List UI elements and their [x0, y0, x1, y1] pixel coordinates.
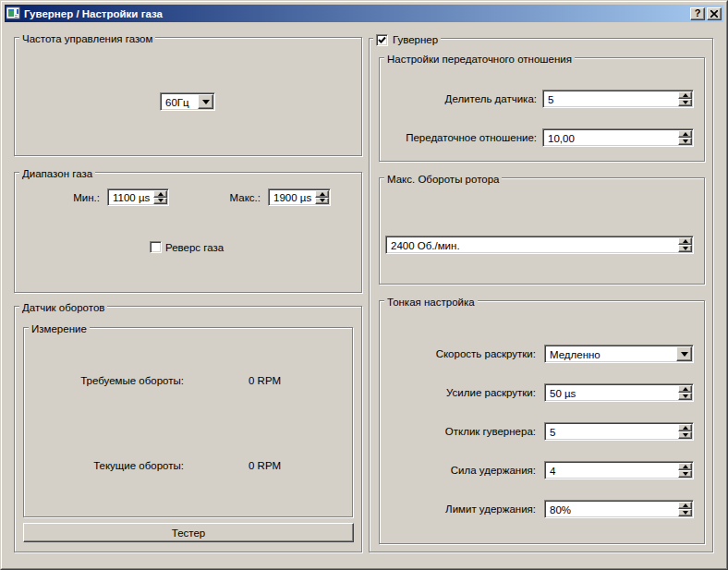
- sensor-divider-label: Делитель датчика:: [380, 90, 537, 108]
- arrow-up-icon: [158, 192, 164, 196]
- checkmark-icon: [378, 36, 386, 44]
- max-spinner[interactable]: 1900 µs: [268, 188, 331, 206]
- spin-buttons[interactable]: [678, 463, 692, 478]
- gear-ratio-spinner[interactable]: 10,00: [542, 128, 694, 147]
- arrow-down-icon: [683, 394, 688, 398]
- tester-button[interactable]: Тестер: [23, 523, 354, 542]
- hold-strength-spinner[interactable]: 4: [544, 461, 694, 479]
- spin-up-button[interactable]: [678, 463, 692, 470]
- arrow-down-icon: [320, 199, 325, 202]
- spin-down-button[interactable]: [678, 245, 692, 252]
- spin-down-button[interactable]: [678, 393, 692, 400]
- arrow-down-icon: [683, 511, 688, 515]
- spin-down-button[interactable]: [153, 198, 167, 205]
- spool-speed-combobox[interactable]: Медленно: [544, 345, 694, 363]
- spin-up-button[interactable]: [315, 190, 329, 198]
- required-rpm-value: 0 RPM: [249, 371, 281, 390]
- spin-up-button[interactable]: [678, 424, 692, 431]
- spin-down-button[interactable]: [678, 99, 692, 106]
- hold-limit-spinner[interactable]: 80%: [544, 500, 694, 518]
- governor-response-spinner[interactable]: 5: [544, 422, 694, 441]
- governor-response-value: 5: [546, 424, 678, 439]
- arrow-up-icon: [683, 465, 688, 468]
- arrow-up-icon: [683, 132, 688, 136]
- hold-limit-value: 80%: [546, 502, 678, 516]
- group-max-rotor-rpm: Макс. Обороты ротора 2400 Об./мин.: [379, 177, 705, 285]
- group-title: Частота управления газом: [19, 32, 155, 45]
- arrow-up-icon: [683, 426, 688, 430]
- frequency-dropdown-button[interactable]: [198, 94, 213, 109]
- spool-speed-value: Медленно: [546, 346, 676, 361]
- window-title: Гувернер / Настройки газа: [24, 8, 688, 19]
- spin-up-button[interactable]: [678, 237, 692, 245]
- rotor-rpm-value: 2400 Об./мин.: [387, 237, 678, 252]
- max-spin-buttons[interactable]: [315, 190, 329, 204]
- group-governor: Гувернер Настройки передаточного отношен…: [369, 38, 713, 552]
- spin-down-button[interactable]: [678, 470, 692, 478]
- group-measurement: Измерение Требуемые обороты: 0 RPM Текущ…: [23, 327, 353, 517]
- chevron-down-icon: [202, 100, 210, 104]
- arrow-up-icon: [320, 192, 325, 196]
- dialog-window: Гувернер / Настройки газа ? Частота упра…: [0, 0, 728, 570]
- min-spin-buttons[interactable]: [153, 190, 167, 204]
- arrow-up-icon: [683, 387, 688, 391]
- spin-buttons[interactable]: [678, 91, 692, 106]
- frequency-value: 60Гц: [162, 94, 198, 109]
- spin-up-button[interactable]: [153, 190, 167, 198]
- frequency-combobox[interactable]: 60Гц: [160, 92, 215, 111]
- rotor-rpm-spinner[interactable]: 2400 Об./мин.: [385, 236, 694, 254]
- spin-buttons[interactable]: [678, 385, 692, 400]
- group-rpm-sensor: Датчик оборотов Измерение Требуемые обор…: [14, 306, 362, 552]
- group-title: Диапазон газа: [19, 167, 95, 180]
- group-title: Измерение: [29, 322, 90, 335]
- sensor-divider-spinner[interactable]: 5: [542, 90, 694, 108]
- titlebar[interactable]: Гувернер / Настройки газа ?: [5, 5, 723, 22]
- spool-speed-dropdown-button[interactable]: [676, 346, 692, 361]
- hold-strength-label: Сила удержания:: [380, 461, 536, 479]
- spin-buttons[interactable]: [678, 130, 692, 145]
- spin-down-button[interactable]: [678, 509, 692, 516]
- max-label: Макс.:: [193, 188, 261, 207]
- arrow-down-icon: [683, 139, 688, 143]
- spool-force-value: 50 µs: [546, 385, 678, 400]
- reverse-checkbox[interactable]: [150, 241, 162, 253]
- max-value: 1900 µs: [270, 190, 315, 204]
- governor-label: Гувернер: [393, 33, 438, 46]
- spin-up-button[interactable]: [678, 385, 692, 393]
- group-title: Датчик оборотов: [19, 301, 107, 314]
- spool-speed-label: Скорость раскрутки:: [380, 345, 536, 363]
- min-label: Мин.:: [33, 188, 100, 207]
- spin-down-button[interactable]: [678, 138, 692, 145]
- group-title: Макс. Обороты ротора: [384, 173, 502, 186]
- group-title: Настройки передаточного отношения: [384, 53, 575, 66]
- spool-force-spinner[interactable]: 50 µs: [544, 383, 694, 402]
- arrow-up-icon: [683, 503, 688, 507]
- group-title: Тонкая настройка: [384, 296, 478, 309]
- arrow-down-icon: [683, 472, 688, 476]
- hold-limit-label: Лимит удержания:: [380, 500, 536, 518]
- spin-up-button[interactable]: [678, 130, 692, 138]
- tester-button-label: Тестер: [172, 528, 205, 539]
- arrow-down-icon: [683, 101, 688, 104]
- spin-buttons[interactable]: [678, 424, 692, 439]
- chevron-down-icon: [681, 352, 688, 357]
- spin-up-button[interactable]: [678, 91, 692, 99]
- min-spinner[interactable]: 1100 µs: [107, 188, 169, 206]
- sensor-divider-value: 5: [544, 91, 678, 106]
- current-rpm-value: 0 RPM: [249, 456, 281, 475]
- group-gear-ratio: Настройки передаточного отношения Делите…: [379, 57, 705, 162]
- spin-buttons[interactable]: [678, 237, 692, 252]
- min-value: 1100 µs: [109, 190, 153, 204]
- required-rpm-label: Требуемые обороты:: [24, 371, 184, 390]
- gear-ratio-value: 10,00: [544, 130, 678, 145]
- group-throttle-range: Диапазон газа Мин.: 1100 µs Макс.: 1900 …: [14, 172, 362, 293]
- close-button[interactable]: [707, 7, 722, 20]
- help-button[interactable]: ?: [690, 7, 705, 20]
- spin-buttons[interactable]: [678, 502, 692, 516]
- spin-down-button[interactable]: [315, 198, 329, 205]
- reverse-label: Реверс газа: [165, 238, 224, 257]
- spin-up-button[interactable]: [678, 502, 692, 509]
- spin-down-button[interactable]: [678, 431, 692, 439]
- arrow-up-icon: [683, 239, 688, 243]
- governor-checkbox[interactable]: [376, 34, 388, 46]
